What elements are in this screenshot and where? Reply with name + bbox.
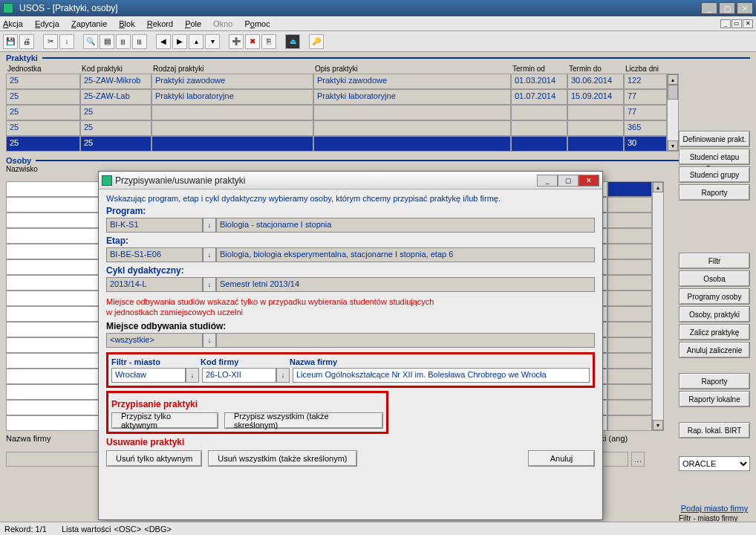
tool-delete-icon[interactable]: ✖ [245, 34, 260, 49]
menu-okno: Okno [213, 19, 232, 28]
lbl-miejsce: Miejsce odbywania studiów: [106, 321, 595, 331]
scroll-down-icon[interactable]: ▾ [653, 420, 663, 430]
tool-print-icon[interactable]: 🖨 [19, 34, 34, 49]
desc-cykl: Semestr letni 2013/14 [216, 277, 595, 292]
input-etap[interactable]: BI-BE-S1-E06 [106, 247, 203, 262]
dialog-maximize[interactable]: ▢ [558, 175, 579, 187]
tool-search-icon[interactable]: 🔍 [83, 34, 98, 49]
tool-add-icon[interactable]: ➕ [229, 34, 244, 49]
btn-osoby-praktyki[interactable]: Osoby, praktyki [679, 306, 750, 322]
close-button[interactable]: ✕ [737, 2, 753, 14]
tool-cut-icon[interactable]: ✂ [43, 34, 58, 49]
tool-last-icon[interactable]: ▶ [172, 34, 187, 49]
maximize-button[interactable]: ▢ [719, 2, 735, 14]
input-cykl[interactable]: 2013/14-L [106, 277, 203, 292]
menu-edycja[interactable]: Edycja [35, 19, 59, 28]
btn-filtr[interactable]: Filtr [679, 253, 750, 269]
desc-nazwa-firmy: Liceum Ogólnokształcące Nr XII im. Boles… [293, 368, 590, 383]
lbl-przypisanie: Przypisanie praktyki [111, 399, 383, 409]
window-titlebar: USOS - [Praktyki, osoby] _ ▢ ✕ [0, 0, 756, 16]
menubar: AAkcjakcja Edycja Zapytanie Blok Rekord … [0, 16, 756, 31]
menu-pole[interactable]: Pole [185, 19, 201, 28]
hdr-kod-firmy: Kod firmy [201, 357, 281, 366]
menu-zapytanie[interactable]: Zapytanie [71, 19, 107, 28]
btn-anuluj[interactable]: Anuluj [528, 450, 595, 467]
tool-save-icon[interactable]: 💾 [3, 34, 18, 49]
mdi-restore[interactable]: ▭ [731, 19, 742, 28]
btn-usun-wszystkim[interactable]: Usuń wszystkim (także skreślonym) [208, 450, 356, 467]
drop-program[interactable]: ↓ [203, 218, 216, 233]
btn-stud-etapu[interactable]: Studenci etapu [679, 149, 750, 165]
dialog-minimize[interactable]: _ [537, 175, 558, 187]
btn-raporty2[interactable]: Raporty [679, 373, 750, 389]
footer-ellipsis3[interactable]: … [631, 452, 645, 467]
dialog-titlebar: Przypisywanie/usuwanie praktyki _ ▢ ✕ [99, 172, 602, 189]
status-dbg: <DBG> [144, 525, 172, 534]
section-praktyki: Praktyki [6, 54, 750, 62]
input-miejsce[interactable]: <wszystkie> [106, 333, 203, 348]
drop-etap[interactable]: ↓ [203, 247, 216, 262]
btn-raporty[interactable]: Raporty [679, 184, 750, 201]
scrollbar-praktyki[interactable]: ▴ ▾ [667, 74, 679, 152]
input-miasto[interactable]: Wrocław [111, 368, 186, 383]
content: Praktyki Jednostka Kod praktyki Rodzaj p… [0, 52, 756, 522]
desc-program: Biologia - stacjonarne I stopnia [216, 218, 595, 233]
btn-def-prakt[interactable]: Definiowanie prakt. [679, 131, 750, 147]
tool-chart2-icon[interactable]: ⫼ [116, 34, 131, 49]
menu-pomoc[interactable]: Pomoc [244, 19, 270, 28]
tool-chart3-icon[interactable]: ⫼ [132, 34, 147, 49]
btn-programy-osoby[interactable]: Programy osoby [679, 288, 750, 305]
mdi-close[interactable]: ✕ [743, 19, 753, 28]
drop-miejsce[interactable]: ↓ [203, 333, 216, 348]
drop-miasto[interactable]: ↓ [186, 368, 199, 383]
scroll-up-icon[interactable]: ▴ [653, 182, 663, 192]
minimize-button[interactable]: _ [701, 2, 717, 14]
desc-miejsce [216, 333, 595, 348]
dialog-close[interactable]: ✕ [579, 175, 599, 187]
btn-osoba[interactable]: Osoba [679, 270, 750, 287]
tool-dup-icon[interactable]: ⎘ [261, 34, 276, 49]
status-lista: Lista wartości [62, 525, 111, 534]
link-podaj-miasto[interactable]: Podaj miasto firmy [679, 504, 750, 513]
app-icon [3, 3, 13, 13]
tool-exit-icon[interactable]: ⏏ [285, 34, 300, 49]
btn-raporty-lokalne[interactable]: Raporty lokalne [679, 391, 750, 407]
menu-akcja[interactable]: AAkcjakcja [3, 19, 23, 28]
tool-down1-icon[interactable]: ↓ [59, 34, 74, 49]
tool-up-icon[interactable]: ▴ [189, 34, 203, 49]
table-row[interactable]: 252577 [6, 105, 667, 120]
drop-kod-firmy[interactable]: ↓ [276, 368, 290, 383]
lbl-etap: Etap: [106, 236, 595, 246]
scroll-down-icon[interactable]: ▾ [668, 140, 678, 151]
db-select[interactable]: ORACLE [679, 456, 750, 471]
tool-first-icon[interactable]: ◀ [156, 34, 171, 49]
dialog-icon [102, 175, 112, 186]
group-firma: Filtr - miasto Kod firmy Nazwa firmy Wro… [106, 352, 595, 388]
scrollbar-osoby[interactable]: ▴ ▾ [652, 181, 664, 431]
scroll-up-icon[interactable]: ▴ [668, 74, 678, 85]
btn-anuluj-zal[interactable]: Anuluj zaliczenie [679, 342, 750, 358]
input-kod-firmy[interactable]: 26-LO-XII [202, 368, 276, 383]
btn-usun-aktywnym[interactable]: Usuń tylko aktywnym [106, 450, 202, 467]
tool-down-icon[interactable]: ▾ [205, 34, 220, 49]
btn-zalicz[interactable]: Zalicz praktykę [679, 324, 750, 340]
grid-header-praktyki: Jednostka Kod praktyki Rodzaj praktyki O… [6, 64, 750, 74]
btn-przypisz-aktywnym[interactable]: Przypisz tylko aktywnym [111, 412, 218, 429]
input-program[interactable]: BI-K-S1 [106, 218, 203, 233]
tool-key-icon[interactable]: 🔑 [309, 34, 324, 49]
toolbar: 💾 🖨 ✂ ↓ 🔍 ▤ ⫼ ⫼ ◀ ▶ ▴ ▾ ➕ ✖ ⎘ ⏏ 🔑 [0, 31, 756, 52]
menu-rekord[interactable]: Rekord [147, 19, 173, 28]
table-row-selected[interactable]: 252530 [6, 136, 667, 152]
btn-rap-birt[interactable]: Rap. lokal. BIRT [679, 422, 750, 438]
btn-stud-grupy[interactable]: Studenci grupy [679, 166, 750, 183]
table-row[interactable]: 2525365 [6, 120, 667, 136]
btn-przypisz-wszystkim[interactable]: Przypisz wszystkim (także skreślonym) [224, 412, 383, 429]
tool-chart1-icon[interactable]: ▤ [100, 34, 114, 49]
table-row[interactable]: 2525-ZAW-MikrobPraktyki zawodowePraktyki… [6, 74, 667, 89]
dialog-przypisywanie: Przypisywanie/usuwanie praktyki _ ▢ ✕ Ws… [98, 171, 603, 520]
drop-cykl[interactable]: ↓ [203, 277, 216, 292]
table-row[interactable]: 2525-ZAW-LabPraktyki laboratoryjnePrakty… [6, 89, 667, 105]
dialog-title: Przypisywanie/usuwanie praktyki [112, 175, 537, 186]
menu-blok[interactable]: Blok [119, 19, 134, 28]
mdi-minimize[interactable]: _ [720, 19, 731, 28]
